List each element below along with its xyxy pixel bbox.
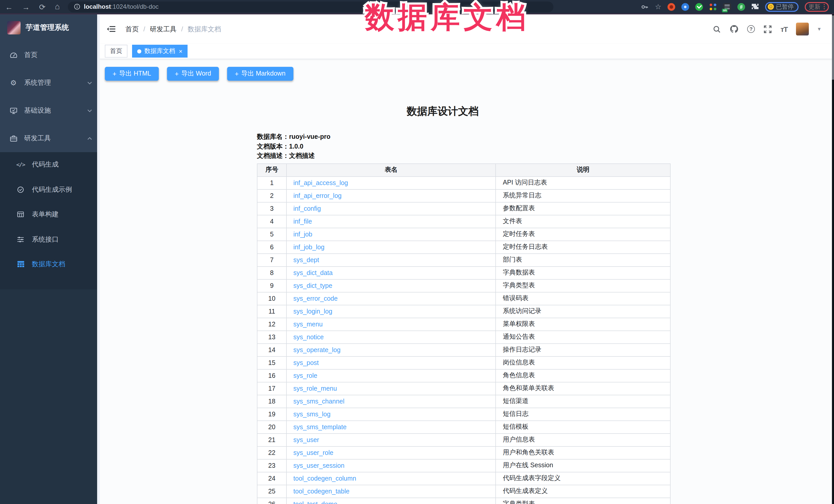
page-info-icon[interactable] <box>74 4 81 10</box>
sliders-icon <box>17 236 25 243</box>
app-title: 芋道管理系统 <box>26 23 69 32</box>
sidebar-item-label: 数据库文档 <box>32 260 65 269</box>
button-label: 导出 Markdown <box>241 69 285 78</box>
row-table-name-cell: sys_error_code <box>286 292 496 305</box>
table-name-link[interactable]: sys_user_role <box>293 449 333 456</box>
sidebar-item-label: 首页 <box>24 50 38 60</box>
table-row: 6inf_job_log定时任务日志表 <box>257 241 670 254</box>
export-html-button[interactable]: + 导出 HTML <box>105 67 159 81</box>
table-name-link[interactable]: inf_job_log <box>293 243 325 250</box>
table-name-link[interactable]: sys_user <box>293 436 319 443</box>
row-description: 文件表 <box>496 215 670 228</box>
table-name-link[interactable]: sys_dept <box>293 256 319 263</box>
table-name-link[interactable]: sys_user_session <box>293 462 345 469</box>
extension-icon[interactable] <box>738 3 745 10</box>
font-size-icon[interactable]: тT <box>781 25 788 33</box>
meta-doc-desc: 文档描述：文档描述 <box>257 151 671 161</box>
breadcrumb-separator: / <box>181 25 183 33</box>
table-name-link[interactable]: sys_post <box>293 359 319 366</box>
monitor-icon <box>9 107 18 114</box>
extension-icon[interactable]: on <box>723 3 731 10</box>
table-name-link[interactable]: sys_menu <box>293 321 323 328</box>
table-name-link[interactable]: inf_job <box>293 231 312 238</box>
url-text[interactable]: localhost:1024/tool/db-doc <box>84 3 159 10</box>
table-name-link[interactable]: sys_login_log <box>293 308 332 315</box>
update-button[interactable]: 更新 <box>805 2 829 12</box>
table-row: 9sys_dict_type字典类型表 <box>257 279 670 292</box>
extension-icon[interactable] <box>681 3 689 10</box>
table-name-link[interactable]: sys_sms_log <box>293 411 331 418</box>
address-bar[interactable]: localhost:1024/tool/db-doc <box>68 1 554 12</box>
paused-badge[interactable]: ☺ 已暂停 <box>765 2 798 12</box>
extension-icon[interactable] <box>695 3 703 10</box>
extension-icon[interactable] <box>667 3 675 10</box>
export-markdown-button[interactable]: + 导出 Markdown <box>227 67 293 81</box>
puzzle-extensions-icon[interactable] <box>751 3 759 10</box>
key-icon[interactable] <box>641 3 649 10</box>
fullscreen-icon[interactable] <box>764 25 772 33</box>
sidebar-item-codegen-example[interactable]: 代码生成示例 <box>0 177 100 202</box>
reload-icon[interactable]: ⟳ <box>39 3 45 10</box>
sidebar-item-home[interactable]: 首页 <box>0 41 100 69</box>
browser-nav: ← → ⟳ ⌂ <box>5 3 60 11</box>
github-icon[interactable] <box>730 25 739 34</box>
table-name-link[interactable]: sys_sms_template <box>293 423 347 431</box>
user-menu-caret-icon[interactable]: ▾ <box>818 26 821 32</box>
table-name-link[interactable]: sys_notice <box>293 333 324 341</box>
table-name-link[interactable]: sys_sms_channel <box>293 398 345 405</box>
row-description: 用户和角色关联表 <box>496 446 670 459</box>
breadcrumb-separator: / <box>144 25 145 33</box>
table-name-link[interactable]: inf_file <box>293 218 312 225</box>
browser-menu-icon[interactable] <box>824 4 825 9</box>
row-description: 代码生成表定义 <box>496 485 670 498</box>
row-index: 2 <box>257 189 286 202</box>
forward-icon[interactable]: → <box>22 3 30 10</box>
sidebar-item-system[interactable]: ⚙ 系统管理 <box>0 69 100 96</box>
table-name-link[interactable]: sys_error_code <box>293 295 337 302</box>
table-name-link[interactable]: sys_operate_log <box>293 346 341 353</box>
extension-icon[interactable] <box>709 3 717 10</box>
table-row: 15sys_post岗位信息表 <box>257 356 670 369</box>
tag-close-icon[interactable]: × <box>179 47 182 55</box>
table-row: 5inf_job定时任务表 <box>257 228 670 241</box>
table-name-link[interactable]: sys_dict_type <box>293 282 332 289</box>
row-description: 角色和菜单关联表 <box>496 382 670 395</box>
sidebar-item-devtools[interactable]: 研发工具 <box>0 125 100 152</box>
row-description: 定时任务表 <box>496 228 670 241</box>
table-name-link[interactable]: inf_config <box>293 205 321 212</box>
row-table-name-cell: sys_login_log <box>286 305 496 318</box>
bookmark-star-icon[interactable]: ☆ <box>655 3 661 11</box>
table-name-link[interactable]: tool_codegen_column <box>293 475 356 482</box>
tag-home[interactable]: 首页 <box>105 45 128 58</box>
tag-db-doc[interactable]: 数据库文档 × <box>132 45 188 58</box>
table-name-link[interactable]: tool_codegen_table <box>293 487 349 495</box>
sidebar-item-codegen[interactable]: </> 代码生成 <box>0 152 100 177</box>
sidebar-logo[interactable]: 芋道管理系统 <box>0 15 100 41</box>
help-icon[interactable]: ? <box>747 25 755 33</box>
breadcrumb-devtools[interactable]: 研发工具 <box>150 24 176 34</box>
search-icon[interactable] <box>713 25 721 33</box>
back-icon[interactable]: ← <box>5 3 13 10</box>
table-name-link[interactable]: inf_api_access_log <box>293 179 348 186</box>
table-name-link[interactable]: sys_role <box>293 372 317 379</box>
sidebar-item-form-builder[interactable]: 表单构建 <box>0 202 100 227</box>
sidebar-item-db-doc[interactable]: 数据库文档 <box>0 252 100 277</box>
breadcrumb-home[interactable]: 首页 <box>125 24 139 34</box>
table-name-link[interactable]: inf_api_error_log <box>293 192 342 199</box>
home-icon[interactable]: ⌂ <box>55 3 60 11</box>
export-word-button[interactable]: + 导出 Word <box>167 67 219 81</box>
table-name-link[interactable]: sys_dict_data <box>293 269 333 276</box>
table-row: 16sys_role角色信息表 <box>257 369 670 382</box>
sidebar-item-system-api[interactable]: 系统接口 <box>0 227 100 252</box>
table-name-link[interactable]: tool_test_demo <box>293 500 337 504</box>
row-table-name-cell: tool_codegen_table <box>286 485 496 498</box>
sidebar-scrollbar[interactable] <box>97 15 100 504</box>
sidebar-empty-area <box>0 289 100 504</box>
menu-fold-icon[interactable] <box>107 25 116 33</box>
window-scrollbar[interactable] <box>832 15 834 504</box>
user-avatar[interactable] <box>796 23 809 36</box>
table-name-link[interactable]: sys_role_menu <box>293 385 337 392</box>
sidebar-item-infra[interactable]: 基础设施 <box>0 96 100 125</box>
breadcrumb: 首页 / 研发工具 / 数据库文档 <box>125 24 221 34</box>
sidebar-item-label: 表单构建 <box>32 210 59 219</box>
